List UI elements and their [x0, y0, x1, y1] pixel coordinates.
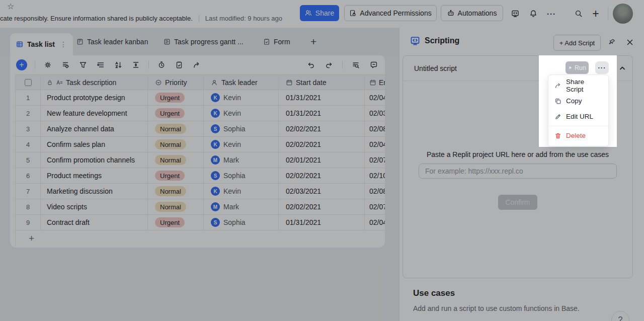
menu-item-copy[interactable]: Copy	[548, 93, 608, 109]
copy-icon	[554, 98, 561, 105]
app-window: ☆ cate responsibly. Ensure information s…	[0, 0, 644, 321]
dim-overlay	[0, 0, 644, 321]
menu-item-edit-url[interactable]: Edit URL	[548, 109, 608, 124]
script-more-button[interactable]: ···	[595, 61, 609, 74]
share-icon	[554, 82, 561, 89]
menu-item-share-script[interactable]: Share Script	[548, 77, 608, 93]
menu-divider	[548, 126, 608, 126]
menu-item-delete[interactable]: Delete	[548, 128, 608, 143]
run-script-button[interactable]: Run	[566, 61, 589, 74]
script-context-menu: Share Script Copy Edit URL Delete	[548, 74, 609, 146]
trash-icon	[554, 132, 561, 139]
edit-pencil-icon	[554, 113, 561, 120]
